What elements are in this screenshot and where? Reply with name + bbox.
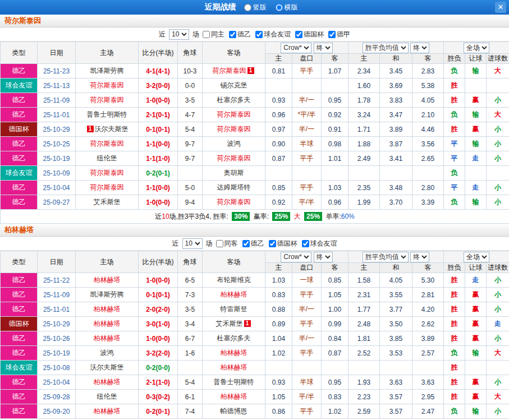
match-count-select[interactable]: 10 xyxy=(169,29,189,40)
result-scope-group: 全场 xyxy=(444,42,509,54)
avg-odds-cell: 2.48 xyxy=(348,317,380,331)
avg-stage-select[interactable]: 终 xyxy=(410,252,429,262)
asian-odds-cell: 1.02 xyxy=(265,346,292,361)
handicap-cell: 半/一 xyxy=(292,122,322,137)
handicap-cell: 半球 xyxy=(292,375,322,390)
score-cell: 0-2(0-1) xyxy=(139,404,178,419)
avg-odds-cell: 1.81 xyxy=(348,331,380,346)
asian-odds-cell: 0.83 xyxy=(265,288,292,302)
filter-option[interactable]: 德乙 xyxy=(229,30,251,39)
wdl-result-cell: 平 xyxy=(444,181,465,195)
avg-odds-cell: 3.47 xyxy=(380,108,412,122)
asian-odds-cell: 0.96 xyxy=(265,108,292,122)
filter-option[interactable]: 同客 xyxy=(216,239,238,248)
bookmaker-select[interactable]: Crow* xyxy=(281,43,311,53)
filter-option[interactable]: 球会友谊 xyxy=(255,30,291,39)
corner-cell: 9-7 xyxy=(178,137,203,151)
score-cell: 0-2(0-1) xyxy=(139,166,178,181)
filter-checkbox[interactable] xyxy=(203,31,210,38)
match-date-cell: 25-11-09 xyxy=(38,288,76,302)
home-team-cell: 荷尔斯泰因 xyxy=(76,181,139,195)
close-icon[interactable]: ✕ xyxy=(495,2,506,13)
filter-option[interactable]: 德国杯 xyxy=(295,30,324,39)
col-type: 类型 xyxy=(1,251,38,273)
avg-odds-cell xyxy=(412,166,444,181)
asian-odds-cell: 0.95 xyxy=(322,375,348,390)
vertical-radio[interactable] xyxy=(244,4,251,11)
filter-checkbox[interactable] xyxy=(216,240,223,247)
filter-option[interactable]: 球会友谊 xyxy=(302,239,337,248)
filter-checkbox[interactable] xyxy=(229,31,236,38)
odds-stage-select[interactable]: 终 xyxy=(314,43,333,53)
league-badge: 德乙 xyxy=(1,404,38,419)
filter-checkbox[interactable] xyxy=(255,31,263,38)
scope-select[interactable]: 全场 xyxy=(464,43,489,53)
score-cell: 2-1(0-1) xyxy=(139,108,178,122)
handicap-result-cell: 输 xyxy=(465,346,487,361)
asian-odds-cell: 1.00 xyxy=(322,302,348,317)
handicap-result-cell: 输 xyxy=(465,404,487,419)
col-corner: 角球 xyxy=(178,42,203,64)
asian-odds-cell: 0.93 xyxy=(265,375,292,390)
col-goals-result: 进球数 xyxy=(487,263,509,273)
handicap-result-cell: 赢 xyxy=(465,122,487,137)
avg-odds-cell: 1.99 xyxy=(348,195,380,210)
col-date: 日期 xyxy=(38,42,76,64)
bookmaker-select[interactable]: Crow* xyxy=(281,252,311,262)
filter-checkbox[interactable] xyxy=(269,240,276,247)
goals-result-cell: 小 xyxy=(487,122,509,137)
filter-option[interactable]: 同主 xyxy=(203,30,224,39)
wdl-result-cell: 胜 xyxy=(444,390,465,404)
match-row: 德国杯25-10-29柏林赫塔3-0(1-0)3-4艾禾斯堡10.89平手0.9… xyxy=(1,317,509,331)
corner-cell xyxy=(178,166,203,181)
dialog-header: 近期战绩 竖版 横版 ✕ xyxy=(0,0,509,15)
league-filters: 同主德乙球会友谊德国杯德甲 xyxy=(203,30,350,39)
avg-stage-select[interactable]: 终 xyxy=(410,43,429,53)
avg-odds-cell: 2.59 xyxy=(348,404,380,419)
goals-result-cell: 小 xyxy=(487,181,509,195)
horizontal-radio[interactable] xyxy=(276,4,283,11)
match-count-select[interactable]: 10 xyxy=(182,238,203,249)
filter-checkbox[interactable] xyxy=(302,240,309,247)
goals-result-cell xyxy=(487,361,509,375)
filter-checkbox[interactable] xyxy=(242,240,250,247)
avg-odds-select[interactable]: 胜平负均值 xyxy=(363,252,409,262)
corner-cell: 3-5 xyxy=(178,302,203,317)
handicap-cell: 平手 xyxy=(292,404,322,419)
filter-option[interactable]: 德国杯 xyxy=(269,239,297,248)
score-cell: 2-0(2-0) xyxy=(139,302,178,317)
match-row: 德乙25-09-28纽伦堡0-3(0-2)6-1柏林赫塔1.05平/半0.832… xyxy=(1,390,509,404)
filter-checkbox[interactable] xyxy=(328,31,336,38)
filter-option[interactable]: 德乙 xyxy=(242,239,264,248)
avg-odds-cell: 1.58 xyxy=(348,273,380,288)
handicap-cell xyxy=(292,361,322,375)
avg-odds-cell: 2.57 xyxy=(412,346,444,361)
red-card-badge: 1 xyxy=(87,126,94,132)
avg-odds-cell: 3.45 xyxy=(380,64,412,79)
col-type: 类型 xyxy=(1,42,38,64)
rate-badge: 30% xyxy=(232,212,250,221)
match-row: 德乙25-10-26柏林赫塔1-0(0-0)6-7杜塞尔多夫1.04半/一0.8… xyxy=(1,331,509,346)
col-handicap-result: 让球 xyxy=(465,263,487,273)
filter-checkbox[interactable] xyxy=(295,31,302,38)
league-filters: 同客德乙德国杯球会友谊 xyxy=(216,239,337,248)
odds-stage-select[interactable]: 终 xyxy=(314,252,333,262)
away-team-cell: 布轮斯维克 xyxy=(203,273,265,288)
avg-odds-select[interactable]: 胜平负均值 xyxy=(363,43,409,53)
away-team-cell: 艾禾斯堡1 xyxy=(203,317,265,331)
asian-odds-cell: 0.96 xyxy=(322,195,348,210)
filter-bar: 近 10 场 同主德乙球会友谊德国杯德甲 xyxy=(0,27,509,41)
corner-cell: 6-5 xyxy=(178,273,203,288)
layout-vertical-option[interactable]: 竖版 xyxy=(244,3,267,12)
avg-odds-cell xyxy=(380,166,412,181)
avg-odds-cell: 3.70 xyxy=(380,195,412,210)
home-team-cell: 荷尔斯泰因 xyxy=(76,137,139,151)
filter-option[interactable]: 德甲 xyxy=(328,30,350,39)
layout-horizontal-option[interactable]: 横版 xyxy=(276,3,298,12)
match-row: 德乙25-11-22柏林赫塔1-0(0-0)6-5布轮斯维克1.03一球0.85… xyxy=(1,273,509,288)
wdl-result-cell: 胜 xyxy=(444,273,465,288)
scope-select[interactable]: 全场 xyxy=(464,252,489,262)
wdl-result-cell: 胜 xyxy=(444,317,465,331)
col-odds-home: 主 xyxy=(265,54,292,64)
near-label: 近 xyxy=(172,239,179,248)
